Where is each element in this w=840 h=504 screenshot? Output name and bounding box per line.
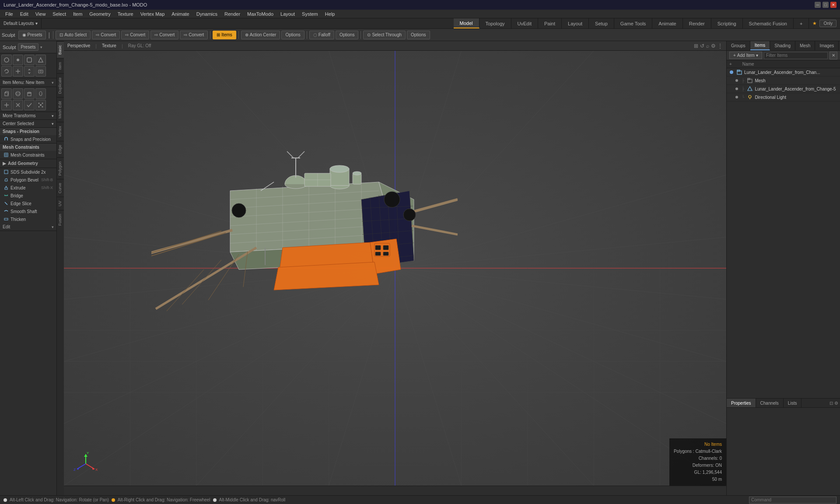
vp-dots-icon[interactable]: ⋮ [718, 43, 723, 49]
menu-geometry[interactable]: Geometry [86, 10, 114, 18]
filter-items-input[interactable] [764, 52, 828, 59]
transform-x[interactable] [13, 100, 23, 110]
tab-animate[interactable]: Animate [652, 18, 682, 28]
convert-button-1[interactable]: ⇨ Convert [92, 31, 120, 39]
convert-button-3[interactable]: ⇨ Convert [150, 31, 178, 39]
side-tab-fusion[interactable]: Fusion [57, 210, 64, 229]
side-tab-uv[interactable]: UV [57, 197, 64, 210]
tab-topology[interactable]: Topology [480, 18, 511, 28]
transform-capsule[interactable] [35, 88, 46, 99]
rpt-mesh[interactable]: Mesh [795, 41, 815, 50]
geo-bridge[interactable]: Bridge [0, 192, 56, 200]
side-tab-vertex[interactable]: Vertex [57, 122, 64, 141]
perspective-label[interactable]: Perspective [67, 43, 90, 48]
rpt-shading[interactable]: Shading [770, 41, 795, 50]
close-button[interactable]: ✕ [830, 2, 836, 8]
menu-texture[interactable]: Texture [114, 10, 137, 18]
list-item-group[interactable]: Lunar_Lander_Ascender_from_Chan... [727, 68, 840, 77]
geo-sds-subdivide[interactable]: SDS Subdivide 2x [0, 168, 56, 176]
tab-uvedit[interactable]: UvEdit [511, 18, 538, 28]
side-tab-item[interactable]: Item [57, 58, 64, 74]
rpbt-channels[interactable]: Channels [756, 399, 784, 407]
side-tab-polygon[interactable]: Polygon [57, 158, 64, 179]
vis-icon-4[interactable] [734, 94, 740, 100]
filter-close-button[interactable]: ✕ [830, 52, 837, 60]
tool-move[interactable] [24, 66, 35, 77]
tab-schematic[interactable]: Schematic Fusion [743, 18, 794, 28]
vp-zoom-icon[interactable]: ⌕ [706, 43, 709, 49]
3d-scene[interactable]: No Items Polygons : Catmull-Clark Channe… [64, 51, 726, 486]
geo-smooth-shaft[interactable]: Smooth Shaft [0, 207, 56, 215]
mesh-constraints-item[interactable]: Mesh Constraints [0, 151, 56, 159]
falloff-button[interactable]: ◌ Falloff [309, 31, 334, 39]
tool-dot[interactable] [13, 55, 23, 65]
mesh-constraints-header[interactable]: Mesh Constraints [0, 144, 56, 151]
snaps-header[interactable]: Snaps - Precision [0, 128, 56, 135]
list-add-icon[interactable]: + [729, 62, 732, 66]
rpt-groups[interactable]: Groups [727, 41, 750, 50]
add-item-button[interactable]: + Add Item ▾ [729, 52, 762, 59]
transform-cube[interactable] [1, 88, 12, 99]
rpt-items[interactable]: Items [750, 41, 770, 50]
vp-refresh-icon[interactable]: ↺ [700, 43, 704, 49]
vis-icon-2[interactable] [734, 77, 740, 84]
only-button[interactable]: Only [819, 20, 836, 27]
transform-cylinder[interactable] [24, 88, 35, 99]
vp-settings-icon[interactable]: ⚙ [711, 43, 716, 49]
transform-custom[interactable] [35, 100, 46, 110]
items-button[interactable]: ⊞ Items [213, 31, 236, 39]
presets-button[interactable]: ◉ Presets [18, 31, 46, 39]
item-menu-arrow[interactable]: ▾ [52, 80, 54, 85]
vis-icon-1[interactable] [728, 69, 735, 75]
tool-triangle[interactable] [35, 55, 46, 65]
menu-item[interactable]: Item [70, 10, 86, 18]
side-tab-duplicate[interactable]: Duplicate [57, 74, 64, 98]
select-through-button[interactable]: ⊙ Select Through [363, 31, 406, 39]
menu-render[interactable]: Render [221, 10, 244, 18]
list-item-light[interactable]: └ Directional Light [727, 93, 840, 102]
list-item-lander[interactable]: ├ Lunar_Lander_Ascender_from_Change-5 [727, 85, 840, 93]
geo-extrude[interactable]: Extrude Shift-X [0, 184, 56, 192]
side-tab-curve[interactable]: Curve [57, 179, 64, 197]
tool-scale[interactable] [13, 66, 23, 77]
menu-animate[interactable]: Animate [168, 10, 192, 18]
layout-selector[interactable]: Default Layouts ▾ [4, 21, 38, 26]
side-tab-edge[interactable]: Edge [57, 141, 64, 158]
minimize-button[interactable]: ─ [815, 2, 821, 8]
tool-rounded-square[interactable] [24, 55, 35, 65]
tool-camera[interactable] [35, 66, 46, 77]
menu-maxtomodo[interactable]: MaxToModo [244, 10, 277, 18]
tab-paint[interactable]: Paint [538, 18, 562, 28]
rpbt-settings-icon[interactable]: ⚙ [834, 401, 838, 406]
menu-system[interactable]: System [298, 10, 322, 18]
tab-gametools[interactable]: Game Tools [614, 18, 653, 28]
menu-select[interactable]: Select [49, 10, 70, 18]
geo-polygon-bevel[interactable]: Polygon Bevel Shift-B [0, 176, 56, 184]
menu-help[interactable]: Help [322, 10, 339, 18]
menu-file[interactable]: File [2, 10, 17, 18]
transform-sphere[interactable] [13, 88, 23, 99]
snaps-and-precision-item[interactable]: Snaps and Precision [0, 135, 56, 143]
auto-select-button[interactable]: ⊡ Auto Select [56, 31, 91, 39]
rpbt-expand-icon[interactable]: ⊡ [830, 401, 833, 406]
rpbt-properties[interactable]: Properties [727, 399, 756, 407]
tab-scripting[interactable]: Scripting [711, 18, 743, 28]
texture-label[interactable]: Texture [102, 43, 116, 48]
convert-button-4[interactable]: ⇨ Convert [180, 31, 208, 39]
tool-rotate[interactable] [1, 66, 12, 77]
maximize-button[interactable]: □ [822, 2, 829, 8]
menu-layout[interactable]: Layout [277, 10, 298, 18]
options-button-2[interactable]: Options [336, 31, 358, 39]
tab-setup[interactable]: Setup [589, 18, 614, 28]
menu-edit[interactable]: Edit [17, 10, 32, 18]
side-tab-meshedit[interactable]: Mesh Edit [57, 97, 64, 122]
action-center-button[interactable]: ⊕ Action Center [241, 31, 280, 39]
options-button-1[interactable]: Options [281, 31, 304, 39]
tab-add[interactable]: + [794, 18, 809, 28]
tab-layout[interactable]: Layout [562, 18, 589, 28]
transform-check[interactable] [24, 100, 35, 110]
options-button-3[interactable]: Options [407, 31, 430, 39]
center-selected[interactable]: Center Selected ▾ [0, 120, 56, 128]
rpt-images[interactable]: Images [815, 41, 839, 50]
more-transforms[interactable]: More Transforms ▾ [0, 112, 56, 120]
